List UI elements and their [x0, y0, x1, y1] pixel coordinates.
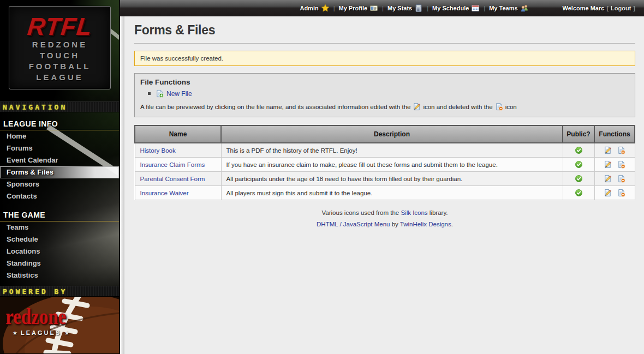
- topbar-separator: |: [382, 5, 384, 11]
- sidebar-item-forums[interactable]: Forums: [0, 142, 119, 154]
- star-glyph: ★: [64, 330, 69, 336]
- table-row: Parental Consent Form All participants u…: [135, 172, 635, 186]
- page-delete-icon: [495, 103, 503, 111]
- topbar-my-teams-link[interactable]: My Teams: [489, 4, 528, 13]
- sidebar: RTFL REDZONE TOUCH FOOTBALL LEAGUE NAVIG…: [0, 0, 120, 354]
- table-row: Insurance Waiver All players must sign t…: [135, 186, 635, 200]
- redzone-leagues-logo[interactable]: redzone ★ LEAGUES ★: [0, 297, 119, 353]
- league-logo-section: RTFL REDZONE TOUCH FOOTBALL LEAGUE: [0, 0, 119, 101]
- star-glyph: ★: [13, 330, 17, 336]
- sidebar-item-sponsors[interactable]: Sponsors: [0, 178, 119, 190]
- files-table: Name Description Public? Functions Histo…: [134, 125, 635, 200]
- dhtml-menu-link[interactable]: DHTML / JavaScript Menu: [317, 221, 390, 227]
- table-row: Insurance Claim Forms If you have an ins…: [135, 158, 635, 172]
- sidebar-item-locations[interactable]: Locations: [0, 245, 119, 257]
- topbar-admin-link[interactable]: Admin: [300, 4, 329, 13]
- league-logo-line: FOOTBALL: [9, 61, 110, 72]
- page-edit-icon: [413, 103, 421, 111]
- page-delete-icon[interactable]: [617, 175, 625, 183]
- file-functions-panel: File Functions New File A file can be pr…: [134, 73, 635, 117]
- footer-credits: Various icons used from the Silk Icons l…: [134, 209, 635, 227]
- file-functions-note: A file can be previewed by clicking on t…: [140, 103, 629, 111]
- file-description: This is a PDF of the history of the RTFL…: [221, 143, 563, 158]
- file-name-link[interactable]: History Book: [140, 147, 176, 154]
- sidebar-item-home[interactable]: Home: [0, 130, 119, 142]
- navigation-led-bar: NAVIGATION: [0, 101, 119, 112]
- logout-bracket: [: [606, 5, 609, 11]
- topbar-logout-link[interactable]: Logout: [611, 5, 631, 11]
- menu-section-the-game: THE GAME: [0, 209, 119, 221]
- league-logo-line: LEAGUE: [9, 72, 110, 83]
- bullet-square-icon: [148, 92, 151, 95]
- flash-success-message: File was successfully created.: [134, 51, 635, 66]
- menu-section-league-info: LEAGUE INFO: [0, 118, 119, 130]
- accept-check-icon: [575, 160, 583, 169]
- table-header-row: Name Description Public? Functions: [135, 125, 635, 143]
- logout-bracket: ]: [633, 5, 635, 11]
- league-logo-line: TOUCH: [9, 50, 110, 61]
- redzone-brand-text: redzone: [5, 305, 66, 328]
- powered-by-led-bar: POWERED BY: [0, 286, 119, 297]
- twinhelix-credit: DHTML / JavaScript Menu by TwinHelix Des…: [134, 221, 635, 227]
- topbar-separator: |: [333, 5, 335, 11]
- league-logo-acronym: RTFL: [8, 14, 112, 39]
- page-edit-icon[interactable]: [604, 175, 612, 183]
- file-description: All players must sign this and submit it…: [221, 186, 563, 200]
- calculator-icon: [414, 4, 423, 13]
- topbar-my-profile-link[interactable]: My Profile: [339, 4, 379, 13]
- accept-check-icon: [575, 175, 583, 183]
- accept-check-icon: [575, 146, 583, 154]
- topbar-my-schedule-link[interactable]: My Schedule: [432, 4, 480, 13]
- topbar-my-stats-link[interactable]: My Stats: [387, 4, 423, 13]
- file-description: If you have an insurance claim to make, …: [221, 158, 563, 172]
- page-delete-icon[interactable]: [617, 146, 625, 154]
- file-name-link[interactable]: Insurance Waiver: [140, 190, 189, 196]
- file-functions-title: File Functions: [140, 78, 629, 86]
- new-file-link[interactable]: New File: [166, 90, 192, 98]
- redzone-leagues-text: ★ LEAGUES ★: [5, 329, 76, 336]
- powered-by-label: POWERED BY: [3, 287, 67, 296]
- silk-icons-link[interactable]: Silk Icons: [401, 209, 427, 216]
- topbar-separator: |: [484, 5, 485, 11]
- content-left-edge: [120, 16, 124, 354]
- sidebar-menu: LEAGUE INFO Home Forums Event Calendar F…: [0, 112, 119, 286]
- sidebar-item-statistics[interactable]: Statistics: [0, 269, 119, 281]
- topbar-separator: |: [427, 5, 428, 11]
- col-header-name: Name: [135, 125, 221, 143]
- page-edit-icon[interactable]: [604, 146, 612, 154]
- page-delete-icon[interactable]: [617, 160, 625, 169]
- page-title: Forms & Files: [134, 21, 635, 44]
- welcome-user-text: Welcome Marc: [563, 5, 605, 11]
- sidebar-item-event-calendar[interactable]: Event Calendar: [0, 154, 119, 166]
- page-delete-icon[interactable]: [617, 189, 625, 197]
- sidebar-item-forms-files[interactable]: Forms & Files: [0, 166, 119, 178]
- col-header-description: Description: [221, 125, 563, 143]
- accept-check-icon: [575, 189, 583, 197]
- sidebar-item-teams[interactable]: Teams: [0, 221, 119, 233]
- sidebar-item-standings[interactable]: Standings: [0, 257, 119, 269]
- file-name-link[interactable]: Parental Consent Form: [140, 176, 205, 182]
- col-header-functions: Functions: [594, 125, 635, 143]
- table-row: History Book This is a PDF of the histor…: [135, 143, 635, 158]
- vcard-icon: [369, 4, 378, 13]
- sidebar-item-schedule[interactable]: Schedule: [0, 233, 119, 245]
- file-description: All participants under the age of 18 nee…: [221, 172, 563, 186]
- topbar: Admin | My Profile | My Stats | My Sched…: [120, 0, 644, 16]
- new-file-item: New File: [148, 89, 629, 98]
- league-logo-line: REDZONE: [9, 39, 110, 50]
- col-header-public: Public?: [563, 125, 594, 143]
- page-edit-icon[interactable]: [604, 189, 612, 197]
- twinhelix-link[interactable]: TwinHelix Designs: [400, 221, 451, 227]
- page-edit-icon[interactable]: [604, 160, 612, 169]
- file-name-link[interactable]: Insurance Claim Forms: [140, 161, 205, 168]
- league-logo[interactable]: RTFL REDZONE TOUCH FOOTBALL LEAGUE: [9, 6, 111, 89]
- main-content: Forms & Files File was successfully crea…: [124, 16, 644, 354]
- silk-icons-credit: Various icons used from the Silk Icons l…: [134, 209, 635, 216]
- page-add-icon: [156, 89, 164, 98]
- navigation-label: NAVIGATION: [3, 103, 67, 111]
- group-icon: [520, 4, 529, 13]
- calendar-icon: [471, 4, 480, 13]
- star-icon: [321, 4, 330, 13]
- sidebar-item-contacts[interactable]: Contacts: [0, 190, 119, 202]
